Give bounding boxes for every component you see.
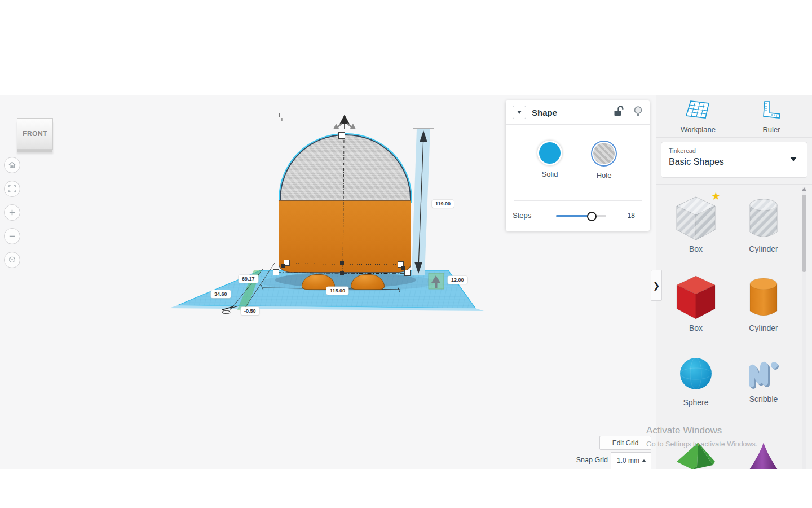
snap-grid-value: 1.0 mm: [617, 457, 639, 465]
hole-cylinder-icon: [748, 197, 779, 242]
home-view-button[interactable]: [4, 157, 20, 173]
dimension-height[interactable]: 119.00: [432, 200, 454, 208]
shape-panel-header: Shape: [506, 100, 650, 125]
scrollbar-up-arrow[interactable]: [802, 187, 806, 191]
shape-box-hole[interactable]: Box: [669, 195, 723, 253]
steps-slider-fill: [556, 215, 590, 217]
lightbulb-icon[interactable]: [633, 106, 643, 120]
shape-scribble[interactable]: Scribble: [736, 356, 791, 404]
steps-slider-thumb[interactable]: [587, 212, 597, 221]
steps-slider[interactable]: [556, 215, 606, 217]
shape-label: Box: [669, 244, 723, 253]
unlock-icon[interactable]: [613, 106, 624, 119]
activate-windows-watermark: Activate Windows: [646, 425, 722, 436]
sidebar-divider: [656, 137, 812, 138]
hole-swatch[interactable]: [591, 141, 617, 167]
snap-grid-dropdown[interactable]: 1.0 mm: [611, 452, 651, 470]
dimension-width[interactable]: 115.00: [326, 287, 348, 295]
edge-handle-mid[interactable]: [340, 261, 344, 265]
ruler-tool[interactable]: Ruler: [744, 100, 798, 134]
activate-windows-watermark-sub: Go to Settings to activate Windows.: [646, 440, 757, 448]
perspective-cube-icon: [8, 256, 16, 264]
blue-sphere-icon: [678, 356, 713, 391]
workplane-icon: [686, 100, 710, 121]
minus-icon: [8, 232, 16, 240]
workplane-tool[interactable]: Workplane: [671, 100, 725, 134]
snap-grid-label: Snap Grid: [563, 456, 608, 464]
chevron-down-icon: [517, 111, 522, 114]
shape-cylinder-orange[interactable]: Cylinder: [736, 276, 791, 332]
library-brand: Tinkercad: [669, 147, 696, 154]
material-options: Solid Hole: [506, 125, 650, 201]
steps-value[interactable]: 18: [628, 212, 635, 220]
plus-icon: [8, 208, 16, 217]
shape-library-dropdown[interactable]: Tinkercad Basic Shapes: [661, 142, 807, 178]
chevron-down-icon: [790, 157, 797, 161]
edit-grid-button[interactable]: Edit Grid: [599, 436, 651, 450]
ruler-label: Ruler: [744, 125, 798, 134]
shape-label: Cylinder: [736, 323, 791, 332]
footer-strip: [0, 469, 812, 508]
shape-label: Cylinder: [736, 244, 791, 253]
scale-handle-front-left[interactable]: [273, 269, 279, 275]
edge-handle-front[interactable]: [340, 271, 344, 275]
shape-box-red[interactable]: Box: [669, 274, 723, 332]
tinkercad-app: FRONT: [0, 0, 812, 508]
fit-view-button[interactable]: [4, 181, 20, 197]
zoom-out-button[interactable]: [4, 228, 20, 244]
shape-label: Scribble: [736, 395, 791, 404]
shape-panel-title: Shape: [532, 108, 557, 117]
scribble-icon: [745, 356, 782, 391]
perspective-toggle-button[interactable]: [4, 252, 20, 268]
orange-cylinder-icon: [748, 276, 779, 321]
dimension-elevation[interactable]: 12.00: [448, 276, 467, 284]
shape-label: Sphere: [669, 398, 723, 407]
dimension-offset-c[interactable]: -0.50: [241, 307, 259, 315]
scale-handle-top[interactable]: [338, 132, 345, 139]
chevron-up-icon: [642, 459, 646, 462]
view-cube[interactable]: FRONT: [17, 118, 53, 150]
dimension-offset-b[interactable]: 34.60: [211, 290, 231, 298]
collapse-panel-button[interactable]: [513, 106, 526, 119]
chevron-right-icon: ❯: [653, 281, 660, 291]
edge-handle-right[interactable]: [401, 266, 405, 270]
home-icon: [8, 161, 16, 169]
shape-sphere[interactable]: Sphere: [669, 356, 723, 407]
red-box-icon: [674, 274, 717, 321]
dimension-offset-a[interactable]: 69.17: [239, 275, 258, 283]
sidebar-collapse-button[interactable]: ❯: [651, 270, 662, 301]
scale-handle-front-right[interactable]: [404, 270, 411, 276]
edge-handle-left[interactable]: [281, 264, 285, 268]
steps-row: Steps 18: [506, 201, 650, 231]
fit-view-icon: [8, 185, 16, 193]
shapes-sidebar: Workplane Ruler Tinkercad Basic Shapes: [656, 95, 812, 469]
favorite-star-icon[interactable]: ★: [711, 190, 721, 203]
workplane-label: Workplane: [671, 125, 725, 134]
material-hole[interactable]: Hole: [582, 141, 625, 179]
hole-label: Hole: [582, 171, 625, 179]
sidebar-divider: [656, 184, 812, 185]
steps-label: Steps: [513, 211, 531, 220]
shape-cylinder-hole[interactable]: Cylinder: [736, 197, 791, 253]
edit-grid-label: Edit Grid: [612, 439, 639, 447]
material-solid[interactable]: Solid: [528, 141, 571, 178]
scrollbar-thumb[interactable]: [802, 195, 806, 272]
shape-label: Box: [669, 323, 723, 332]
view-cube-label: FRONT: [23, 130, 47, 138]
zoom-in-button[interactable]: [4, 204, 20, 221]
shape-inspector-panel: Shape S: [506, 100, 650, 231]
solid-swatch[interactable]: [537, 141, 562, 165]
orange-box-shape[interactable]: [279, 200, 411, 273]
solid-label: Solid: [528, 170, 571, 178]
library-name: Basic Shapes: [669, 157, 724, 167]
ruler-icon: [761, 100, 782, 121]
